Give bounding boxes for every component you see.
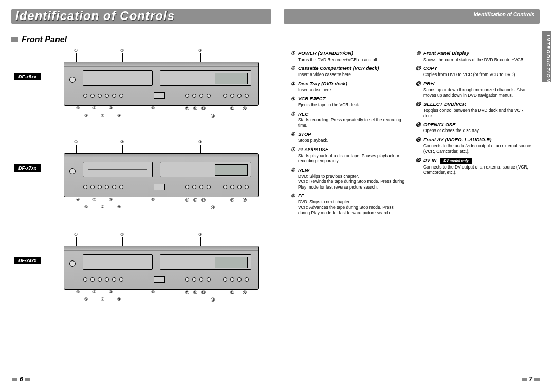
definition-number: ⑥	[290, 131, 296, 137]
display-icon	[215, 257, 248, 268]
dvd-tray-icon	[160, 70, 251, 86]
callout-13: ⑬	[201, 197, 206, 203]
top-banner-left: Identification of Controls	[11, 9, 271, 24]
definition-title: Cassette Compartment (VCR deck)	[298, 65, 379, 71]
definition-heading: ⑯DV INDV model only	[415, 157, 531, 164]
section-heading: Front Panel	[11, 35, 67, 44]
definition-item: ⑫PR+/–Scans up or down through memorized…	[415, 81, 531, 98]
definition-number: ②	[290, 65, 296, 71]
definition-number: ⑯	[415, 157, 421, 163]
side-tab-introduction: INTRODUCTION	[542, 31, 551, 82]
definitions-column-left: ①POWER (STANDBY/ON)Turns the DVD Recorde…	[290, 50, 406, 218]
callout-12: ⑫	[193, 106, 197, 111]
definition-number: ⑦	[290, 146, 296, 153]
callout-5: ⑤	[84, 204, 88, 209]
callout-4: ④	[76, 290, 80, 294]
definition-title: FF	[298, 193, 304, 199]
device-figure-1: ① ② ③	[64, 48, 259, 124]
definition-item: ⑤RECStarts recording. Press repeatedly t…	[290, 111, 406, 128]
definition-body: Scans up or down through memorized chann…	[415, 87, 531, 98]
definition-item: ⑦PLAY/PAUSEStarts playback of a disc or …	[290, 146, 406, 164]
definition-item: ④VCR EJECTEjects the tape in the VCR dec…	[290, 96, 406, 107]
callout-15: ⑮	[230, 197, 234, 203]
vcr-slot-icon	[83, 162, 153, 177]
callout-14: ⑭	[211, 204, 215, 210]
definition-title: PLAY/PAUSE	[298, 146, 328, 153]
display-icon	[215, 164, 248, 176]
callout-6: ⑥	[92, 106, 96, 110]
callout-3: ③	[198, 140, 202, 144]
definition-body: Opens or closes the disc tray.	[415, 128, 531, 134]
callout-8: ⑧	[109, 290, 113, 294]
callout-11: ⑪	[185, 106, 189, 111]
model-tag-1: DF-x5xx	[14, 73, 41, 80]
device-body	[64, 246, 259, 290]
control-row	[82, 91, 254, 100]
definition-number: ①	[290, 50, 296, 57]
definition-item: ②Cassette Compartment (VCR deck)Insert a…	[290, 65, 406, 77]
definition-heading: ②Cassette Compartment (VCR deck)	[290, 65, 406, 71]
definition-badge: DV model only	[440, 158, 472, 164]
definition-body: Copies from DVD to VCR (or from VCR to D…	[415, 72, 531, 78]
callout-3: ③	[198, 232, 202, 237]
callout-15: ⑮	[230, 106, 234, 111]
top-callouts: ① ② ③	[64, 48, 259, 62]
definition-heading: ⑮Front AV (VIDEO, L-AUDIO-R)	[415, 137, 531, 143]
definition-heading: ⑫PR+/–	[415, 81, 531, 87]
definition-number: ⑮	[415, 137, 421, 143]
model-tag-3: DF-x4xx	[14, 257, 41, 264]
callout-1: ①	[74, 140, 78, 144]
callout-8: ⑧	[109, 106, 113, 110]
definition-title: Disc Tray (DVD deck)	[298, 81, 347, 87]
page-spread: Identification of Controls Front Panel D…	[0, 0, 555, 392]
definition-title: COPY	[423, 65, 437, 71]
device-figure-3: ① ② ③	[64, 232, 259, 308]
definition-body: Connects to the DV output of an external…	[415, 164, 531, 175]
callout-1: ①	[74, 48, 78, 53]
definition-number: ⑨	[290, 193, 296, 199]
definition-heading: ⑩Front Panel Display	[415, 50, 531, 57]
banner-title: Identification of Controls	[15, 9, 175, 23]
device-body	[64, 62, 259, 106]
definition-body: Turns the DVD Recorder+VCR on and off.	[290, 57, 406, 63]
vcr-slot-icon	[83, 254, 153, 270]
definition-body: Starts playback of a disc or tape. Pause…	[290, 153, 406, 164]
definition-title: VCR EJECT	[298, 96, 325, 102]
dvd-tray-icon	[160, 162, 251, 177]
definition-title: POWER (STANDBY/ON)	[298, 50, 353, 57]
page-number-value: 7	[529, 376, 532, 383]
definition-heading: ⑥STOP	[290, 131, 406, 137]
definition-item: ⑧REWDVD: Skips to previous chapter. VCR:…	[290, 167, 406, 190]
section-bullet-icon	[11, 37, 18, 42]
callout-8: ⑧	[109, 197, 113, 202]
callout-2: ②	[120, 232, 124, 237]
callout-12: ⑫	[193, 197, 197, 203]
definition-item: ⑯DV INDV model onlyConnects to the DV ou…	[415, 157, 531, 175]
definition-title: STOP	[298, 131, 311, 137]
callout-5: ⑤	[84, 113, 88, 118]
definitions-column-right: ⑩Front Panel DisplayShows the current st…	[415, 50, 531, 178]
callout-10: ⑩	[151, 290, 155, 294]
callout-2: ②	[120, 140, 124, 144]
control-row	[82, 275, 254, 284]
definition-number: ⑤	[290, 111, 296, 117]
definition-item: ⑩Front Panel DisplayShows the current st…	[415, 50, 531, 62]
page-bullet-icon	[12, 378, 17, 381]
page-bullet-icon	[522, 378, 527, 381]
definition-item: ⑨FFDVD: Skips to next chapter. VCR: Adva…	[290, 193, 406, 215]
banner-subtitle: Identification of Controls	[474, 12, 534, 17]
callout-14: ⑭	[211, 113, 215, 119]
definition-heading: ⑨FF	[290, 193, 406, 199]
callout-2: ②	[120, 48, 124, 53]
callout-9: ⑨	[117, 113, 121, 118]
definition-number: ④	[290, 96, 296, 102]
definition-heading: ⑦PLAY/PAUSE	[290, 146, 406, 153]
callout-7: ⑦	[101, 113, 104, 118]
dvd-tray-icon	[160, 254, 251, 270]
definition-heading: ⑭OPEN/CLOSE	[415, 122, 531, 128]
callout-4: ④	[76, 197, 80, 202]
top-banner-right: Identification of Controls	[284, 9, 540, 24]
callout-15: ⑮	[230, 290, 234, 295]
display-icon	[215, 73, 248, 84]
definition-heading: ①POWER (STANDBY/ON)	[290, 50, 406, 57]
